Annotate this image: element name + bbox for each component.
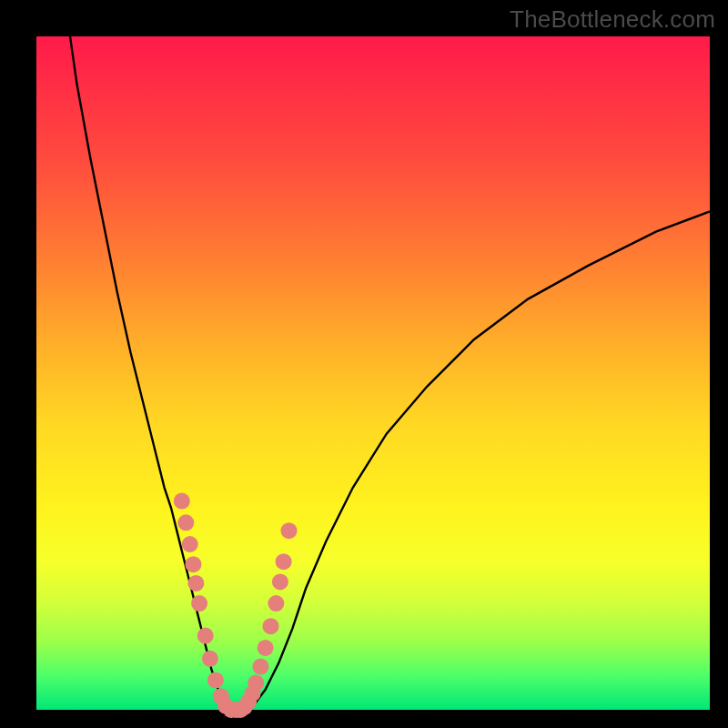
watermark-text: TheBottleneck.com xyxy=(510,5,715,34)
marker-point xyxy=(185,556,201,572)
marker-point xyxy=(207,672,224,688)
marker-point xyxy=(276,553,292,570)
marker-point xyxy=(268,595,284,612)
marker-point xyxy=(258,640,274,656)
marker-point xyxy=(248,674,264,691)
chart-frame: TheBottleneck.com xyxy=(0,0,728,728)
marker-point xyxy=(182,536,198,552)
marker-point xyxy=(191,595,207,612)
curve-svg xyxy=(36,36,710,710)
plot-area xyxy=(36,36,710,710)
marker-point xyxy=(174,493,190,510)
marker-point xyxy=(263,618,279,634)
marker-point xyxy=(202,651,218,667)
marker-point xyxy=(187,575,204,592)
marker-point xyxy=(252,659,268,675)
marker-group xyxy=(174,493,298,718)
bottleneck-curve xyxy=(70,36,710,710)
marker-point xyxy=(197,628,214,644)
marker-point xyxy=(272,573,288,590)
marker-point xyxy=(281,522,298,539)
marker-point xyxy=(177,514,194,531)
